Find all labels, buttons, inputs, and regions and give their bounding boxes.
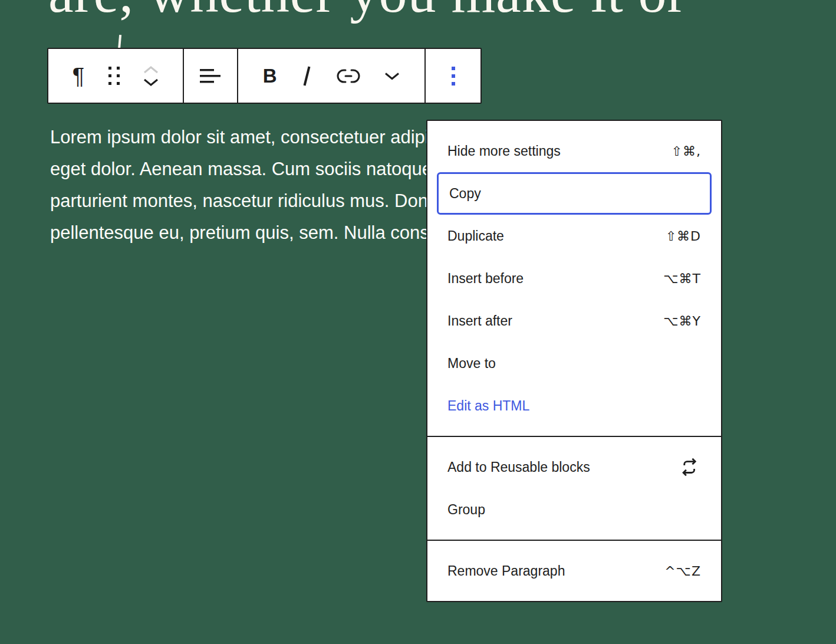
menu-item-insert-after[interactable]: Insert after ⌥⌘Y: [437, 300, 712, 342]
kebab-menu-icon: [452, 67, 455, 86]
menu-item-group[interactable]: Group: [437, 488, 712, 531]
more-formatting-button[interactable]: [384, 72, 400, 80]
menu-item-label: Copy: [449, 186, 481, 202]
italic-icon: [301, 65, 312, 87]
options-button[interactable]: [452, 67, 455, 86]
italic-button[interactable]: [301, 65, 312, 87]
menu-item-move-to[interactable]: Move to: [437, 342, 712, 385]
menu-item-label: Remove Paragraph: [447, 563, 565, 579]
menu-item-hide-more-settings[interactable]: Hide more settings ⇧⌘,: [437, 130, 712, 172]
menu-item-shortcut: ⇧⌘,: [672, 144, 701, 159]
block-toolbar: ¶: [47, 48, 482, 104]
menu-item-label: Edit as HTML: [447, 398, 529, 414]
link-icon: [337, 68, 360, 84]
bold-button[interactable]: B: [263, 66, 277, 86]
menu-item-shortcut: ⇧⌘D: [666, 229, 701, 244]
menu-item-shortcut: ⌥⌘Y: [663, 314, 701, 328]
move-up-button[interactable]: [143, 66, 159, 74]
chevron-down-icon: [143, 78, 159, 86]
menu-item-add-to-reusable-blocks[interactable]: Add to Reusable blocks: [437, 446, 712, 488]
menu-item-insert-before[interactable]: Insert before ⌥⌘T: [437, 257, 712, 300]
menu-item-label: Add to Reusable blocks: [447, 459, 590, 475]
menu-item-shortcut: ^⌥Z: [664, 564, 701, 579]
chevron-down-icon: [384, 72, 400, 80]
toolbar-group-options: [424, 49, 480, 103]
menu-item-label: Insert before: [447, 271, 524, 287]
toolbar-group-formatting: B: [237, 49, 424, 103]
paragraph-icon: ¶: [73, 65, 84, 87]
paragraph-block-type-button[interactable]: ¶: [73, 65, 84, 87]
bold-icon: B: [263, 66, 277, 86]
drag-handle[interactable]: [108, 67, 120, 85]
link-button[interactable]: [337, 68, 360, 84]
post-title[interactable]: are, whether you make it or: [48, 0, 687, 25]
move-down-button[interactable]: [143, 78, 159, 86]
menu-item-duplicate[interactable]: Duplicate ⇧⌘D: [437, 215, 712, 257]
menu-item-shortcut: ⌥⌘T: [663, 271, 701, 286]
menu-item-label: Move to: [447, 356, 496, 372]
menu-item-label: Insert after: [447, 313, 512, 329]
block-options-menu: Hide more settings ⇧⌘, Copy Duplicate ⇧⌘…: [426, 120, 722, 602]
align-text-button[interactable]: [200, 68, 221, 84]
menu-item-edit-as-html[interactable]: Edit as HTML: [437, 385, 712, 427]
menu-item-label: Hide more settings: [447, 143, 561, 159]
menu-item-label: Group: [447, 502, 485, 518]
chevron-up-icon: [143, 66, 159, 74]
menu-item-remove-paragraph[interactable]: Remove Paragraph ^⌥Z: [437, 550, 712, 592]
menu-item-copy[interactable]: Copy: [437, 172, 712, 215]
menu-section-reusable: Add to Reusable blocks Group: [427, 436, 721, 540]
menu-section-remove: Remove Paragraph ^⌥Z: [427, 540, 721, 601]
toolbar-group-align: [183, 49, 237, 103]
reusable-block-icon: [677, 456, 701, 478]
block-mover: [143, 66, 159, 86]
toolbar-group-block-tools: ¶: [48, 49, 183, 103]
drag-handle-icon: [108, 67, 120, 85]
menu-section-primary: Hide more settings ⇧⌘, Copy Duplicate ⇧⌘…: [427, 121, 721, 436]
menu-item-label: Duplicate: [447, 228, 504, 244]
align-left-icon: [200, 68, 221, 84]
